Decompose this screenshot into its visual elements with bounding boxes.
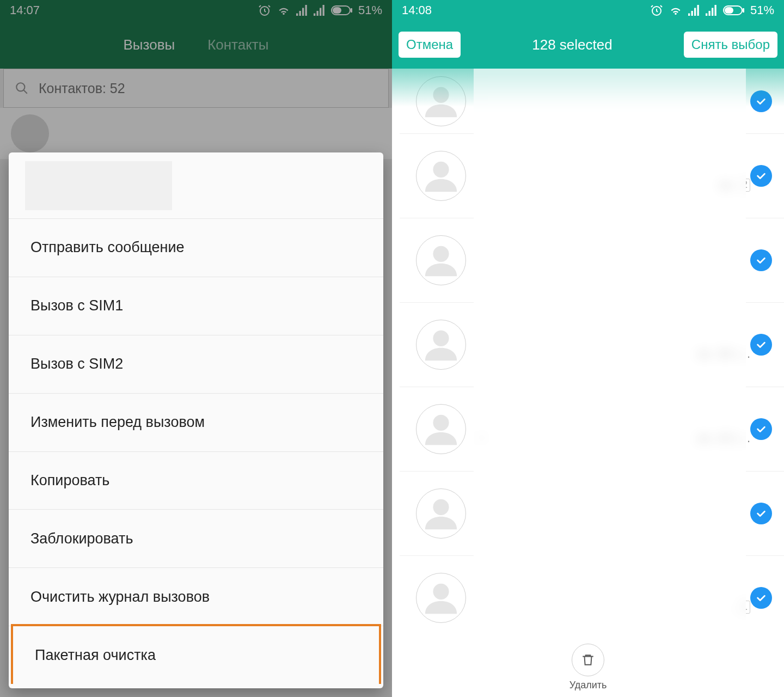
selected-check-icon[interactable] [750,90,772,112]
status-time: 14:08 [402,3,432,17]
menu-copy[interactable]: Копировать [9,452,383,510]
selected-check-icon[interactable] [750,503,772,524]
count-badge: 2 [739,179,750,192]
menu-call-sim1[interactable]: Вызов с SIM1 [9,277,383,335]
menu-clear-call-log[interactable]: Очистить журнал вызовов [9,568,383,626]
status-bar: 14:08 51% [392,0,784,21]
menu-send-message[interactable]: Отправить сообщение [9,219,383,277]
trash-icon [581,653,595,667]
avatar [416,573,466,623]
svg-point-10 [433,162,449,178]
call-info [477,92,750,111]
cancel-button[interactable]: Отмена [399,32,461,58]
redacted-name [25,161,172,210]
call-info [477,504,750,523]
right-screenshot: 14:08 51% Отмена 128 selected Снять выбо… [392,0,784,697]
wifi-icon [669,4,683,17]
count-badge: 1 [739,601,750,614]
context-menu: Отправить сообщение Вызов с SIM1 Вызов с… [9,152,383,688]
avatar [416,488,466,539]
call-row[interactable] [400,218,784,303]
menu-call-sim2[interactable]: Вызов с SIM2 [9,335,383,394]
avatar [416,235,466,285]
svg-point-13 [433,415,449,431]
call-info: ек. 2 [477,160,750,192]
selected-check-icon[interactable] [750,334,772,356]
selected-check-icon[interactable] [750,587,772,609]
menu-batch-delete[interactable]: Пакетная очистка [11,624,381,684]
deselect-all-button[interactable]: Снять выбор [684,32,777,58]
svg-rect-7 [725,7,733,14]
call-row[interactable] [400,69,784,134]
svg-point-15 [433,584,449,600]
call-info: ин. 43 с... [477,413,750,445]
avatar [416,76,466,126]
menu-edit-before-call[interactable]: Изменить перед вызовом [9,394,383,452]
avatar [416,404,466,454]
status-icons: 51% [650,3,774,17]
selection-toolbar: Отмена 128 selected Снять выбор [392,21,784,69]
call-row[interactable] [400,472,784,556]
call-detail: ек. 2 [477,178,750,192]
svg-point-14 [433,499,449,515]
bottom-bar: Удалить [392,637,784,697]
svg-point-12 [433,331,449,346]
battery-percent: 51% [750,3,774,17]
call-row[interactable]: ин. 35 с... [400,303,784,387]
call-info [477,251,750,270]
selected-check-icon[interactable] [750,165,772,187]
menu-block[interactable]: Заблокировать [9,510,383,568]
call-list[interactable]: ек. 2 ин. 35 с... [392,69,784,637]
call-detail: ин. 35 с... [477,347,750,361]
call-row[interactable]: ек. 2 [400,134,784,218]
signal-icon-2 [706,5,718,16]
menu-header [9,152,383,219]
selected-check-icon[interactable] [750,249,772,271]
call-detail: . 1 [477,600,750,614]
call-row[interactable]: . 1 [400,556,784,637]
svg-point-11 [433,246,449,262]
delete-label: Удалить [569,680,607,691]
call-info: . 1 [477,582,750,614]
call-row[interactable]: ин. 43 с... [400,387,784,472]
selected-check-icon[interactable] [750,418,772,440]
delete-button[interactable] [572,644,604,676]
avatar [416,151,466,201]
signal-icon [688,5,700,16]
selection-count: 128 selected [532,36,612,53]
svg-point-9 [433,87,449,102]
left-screenshot: 14:07 51% Вызовы Контакты Контактов: 52 … [0,0,392,697]
battery-icon [723,5,745,15]
svg-rect-8 [743,8,744,13]
avatar [416,320,466,370]
call-info: ин. 35 с... [477,328,750,361]
alarm-icon [650,4,663,17]
call-detail: ин. 43 с... [477,431,750,445]
